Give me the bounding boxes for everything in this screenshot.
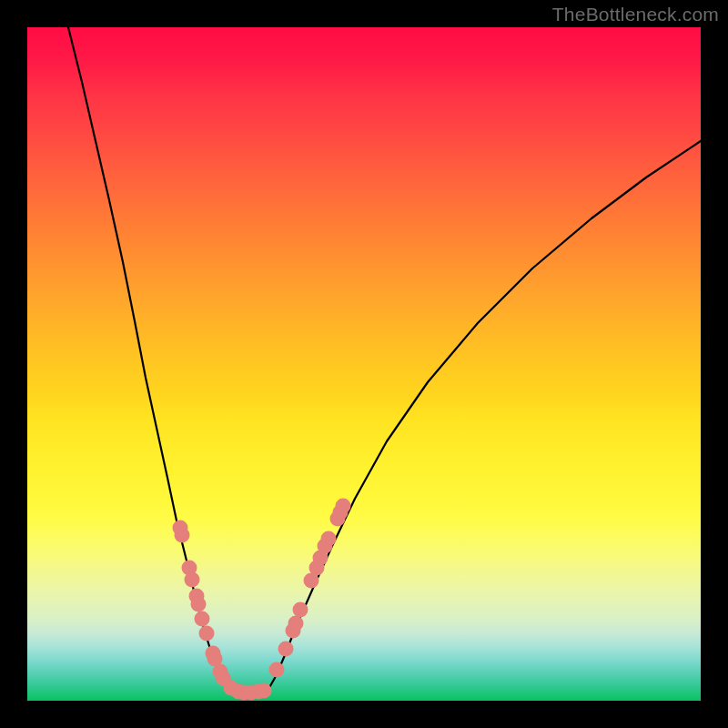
data-marker	[293, 602, 308, 618]
data-marker	[185, 572, 200, 588]
data-marker	[288, 616, 304, 632]
data-marker	[199, 626, 215, 642]
data-marker	[321, 531, 337, 547]
marker-cluster	[173, 499, 351, 701]
data-marker	[269, 662, 285, 678]
watermark-text: TheBottleneck.com	[552, 4, 719, 25]
plot-area	[27, 27, 701, 701]
data-marker	[175, 528, 190, 543]
bottleneck-curve	[68, 27, 701, 693]
chart-frame: TheBottleneck.com	[0, 0, 728, 728]
data-marker	[195, 612, 210, 627]
data-marker	[278, 642, 294, 657]
curve-svg	[27, 27, 701, 701]
data-marker	[191, 597, 207, 612]
data-marker	[336, 499, 351, 514]
data-marker	[257, 683, 272, 699]
